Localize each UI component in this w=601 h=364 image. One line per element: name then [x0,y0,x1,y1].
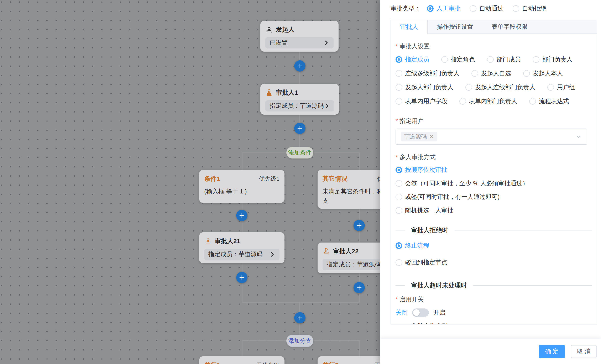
radio-label: 发起人连续部门负责人 [475,83,535,91]
add-node-button[interactable] [236,272,248,283]
radio-initiator-self[interactable]: 发起人本人 [523,69,563,78]
assign-user-label: * 指定用户 [396,117,592,124]
add-node-button[interactable] [294,60,305,71]
radio-label: 部门成员 [497,55,521,64]
approver-tab-content: * 审批人设置 指定成员 指定角色 部门成员 部门负责人 [391,34,597,324]
radio-initiator-dept-leader[interactable]: 发起人部门负责人 [396,83,453,91]
radio-sequential-approve[interactable]: 按顺序依次审批 [396,166,592,173]
radio-circle [427,5,434,12]
empty-approver-section-divider: 审批人为空时 [396,322,592,324]
radio-circle [396,207,402,214]
add-node-button[interactable] [294,312,305,324]
radio-label: 指定成员 [405,55,429,64]
node-config-text: 指定成员：芋道源码 [270,102,324,110]
radio-circle [396,242,402,249]
radio-designated-role[interactable]: 指定角色 [441,55,475,64]
radio-label: 或签(可同时审批，有一人通过即可) [405,193,500,201]
plus-icon [297,314,303,321]
confirm-button[interactable]: 确 定 [539,345,565,358]
radio-circle [523,70,530,77]
selected-user-tag: 芋道源码 ✕ [401,132,437,142]
node-title: 其它情况 [322,174,348,183]
radio-label: 用户组 [557,83,575,91]
radio-countersign[interactable]: 会签（可同时审批，至少 % 人必须审批通过） [396,180,592,187]
cancel-button[interactable]: 取 消 [571,345,597,358]
radio-circle [396,167,402,173]
approver-setting-label: * 审批人设置 [396,42,592,49]
approver-setting-row3: 发起人部门负责人 发起人连续部门负责人 用户组 [396,84,592,91]
radio-circle [513,5,519,12]
radio-orsign[interactable]: 或签(可同时审批，有一人通过即可) [396,193,592,201]
radio-return-to-node[interactable]: 驳回到指定节点 [396,258,592,267]
node-title: 审批人22 [333,247,359,256]
radio-form-dept-leader[interactable]: 表单内部门负责人 [459,97,517,105]
node-approver1[interactable]: 审批人1 指定成员：芋道源码 [260,84,339,115]
enable-toggle[interactable] [412,308,429,317]
chevron-right-icon [323,40,330,46]
radio-auto-reject[interactable]: 自动拒绝 [513,4,546,13]
radio-department-member[interactable]: 部门成员 [487,55,521,64]
add-node-button[interactable] [294,123,305,134]
plus-icon [297,125,303,132]
add-condition-button[interactable]: 添加条件 [286,147,313,159]
add-branch-button[interactable]: 添加分支 [286,335,313,347]
node-title: 发起人 [276,25,294,34]
tab-form-field-permissions[interactable]: 表单字段权限 [482,20,537,33]
radio-form-user-field[interactable]: 表单内用户字段 [396,97,447,105]
radio-label: 按顺序依次审批 [405,166,447,174]
radio-user-group[interactable]: 用户组 [547,83,575,91]
radio-label: 发起人部门负责人 [405,83,453,91]
node-title: 并行2 [322,361,339,364]
priority-label: 无优先级 [256,361,280,364]
radio-department-leader[interactable]: 部门负责人 [533,55,572,64]
stamp-icon [204,238,212,245]
node-title: 审批人21 [215,237,240,245]
radio-terminate-process[interactable]: 终止流程 [396,242,592,250]
radio-random-one[interactable]: 随机挑选一人审批 [396,207,592,214]
stamp-icon [265,89,273,97]
add-node-button[interactable] [353,220,365,231]
approval-type-row: 审批类型： 人工审批 自动通过 自动拒绝 [391,3,546,14]
add-node-button[interactable] [236,210,248,221]
radio-label: 发起人本人 [533,69,563,78]
add-node-button[interactable] [353,282,365,293]
radio-label: 终止流程 [405,242,429,250]
radio-label: 人工审批 [437,4,461,13]
radio-process-expression[interactable]: 流程表达式 [529,97,569,105]
required-asterisk: * [396,296,398,303]
node-parallel1[interactable]: 并行1 无优先级 [199,356,284,364]
radio-auto-pass[interactable]: 自动通过 [470,4,503,13]
node-config-row[interactable]: 指定成员：芋道源码 [204,249,280,260]
tab-approver[interactable]: 审批人 [391,20,428,34]
user-select[interactable]: 芋道源码 ✕ [396,129,587,145]
tag-remove-icon[interactable]: ✕ [430,134,434,139]
radio-designated-member[interactable]: 指定成员 [396,55,429,64]
switch-on-text: 开启 [433,308,445,317]
radio-initiator-choose[interactable]: 发起人自选 [471,69,511,78]
radio-circle [396,194,402,200]
radio-circle [396,70,402,77]
radio-label: 发起人自选 [481,69,511,78]
node-approver21[interactable]: 审批人21 指定成员：芋道源码 [199,232,284,263]
drawer-footer: 确 定 取 消 [380,339,601,364]
tab-action-buttons[interactable]: 操作按钮设置 [428,20,482,33]
radio-initiator-multi-dept-leader[interactable]: 发起人连续部门负责人 [465,83,535,91]
condition-expression: (输入框 等于 1 ) [204,187,280,196]
radio-label: 流程表达式 [539,97,569,105]
add-condition-label: 添加条件 [288,149,311,157]
plus-icon [297,63,303,69]
radio-label: 指定角色 [451,55,475,64]
node-config-row[interactable]: 指定成员：芋道源码 [265,100,334,111]
node-start[interactable]: 发起人 已设置 [260,21,339,51]
node-condition1[interactable]: 条件1 优先级1 (输入框 等于 1 ) [199,170,284,203]
radio-label: 驳回到指定节点 [405,258,447,267]
tab-label: 表单字段权限 [491,23,528,31]
node-config-row[interactable]: 已设置 [265,37,334,49]
timeout-section-title: 审批人超时未处理时 [405,281,473,290]
enable-switch-label: * 启用开关 [396,295,592,303]
toggle-knob [413,309,420,316]
multi-mode-label: * 多人审批方式 [396,153,592,160]
node-title: 条件1 [204,174,220,183]
radio-multi-level-dept-leader[interactable]: 连续多级部门负责人 [396,69,459,78]
radio-manual-approve[interactable]: 人工审批 [427,4,461,13]
